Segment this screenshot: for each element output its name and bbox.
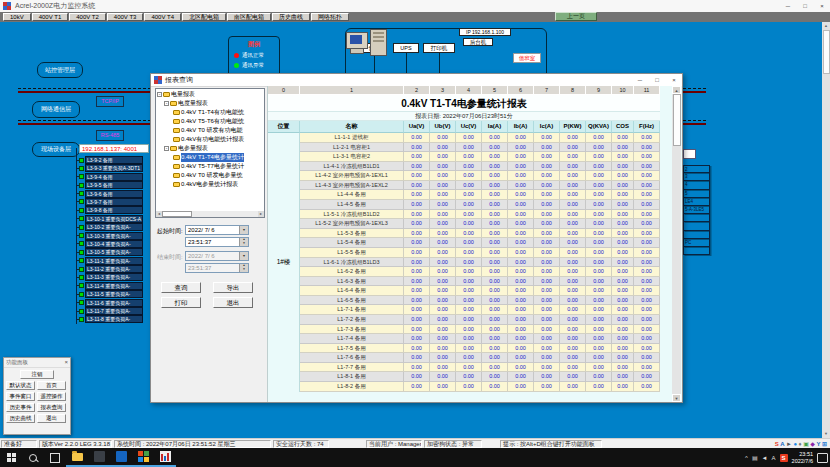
end-time-field[interactable]: 23:51:37 ▲▼ — [185, 263, 249, 273]
query-button[interactable]: 查询 — [161, 282, 201, 293]
app-icon-dark[interactable] — [88, 448, 110, 467]
tree-group-1[interactable]: -电参量报表 — [157, 144, 263, 153]
sogou-icon[interactable]: S — [780, 454, 788, 462]
tab-1[interactable]: 400V T1 — [32, 13, 69, 21]
device-label[interactable]: L3-10-3 重要负荷A- — [85, 232, 143, 240]
taskbar-clock[interactable]: 23:512022/7/6 — [792, 451, 813, 464]
device-label[interactable]: L3-10-4 重要负荷A- — [85, 240, 143, 248]
main-scrollbar-thumb[interactable] — [823, 30, 830, 74]
search-icon[interactable] — [22, 448, 44, 467]
tree-item-0-2[interactable]: 0.4kV T0 研发有功电能 — [157, 126, 263, 135]
device-label[interactable]: L3-11-5 重要负荷A- — [85, 290, 143, 298]
device-row[interactable]: L3-11-3 重要负荷A- — [76, 273, 143, 281]
notification-center-icon[interactable] — [817, 453, 828, 463]
device-label[interactable]: L3-11-8 重要负荷A- — [85, 315, 143, 323]
device-row[interactable]: L3-9-7 备用 — [76, 198, 143, 206]
dialog-maximize-icon[interactable]: □ — [649, 74, 665, 86]
tray-icon-7[interactable]: Y — [816, 440, 820, 448]
device-row[interactable]: L3-11-4 重要负荷A- — [76, 282, 143, 290]
logout-button[interactable]: 注销 — [20, 370, 54, 379]
task-view-icon[interactable] — [44, 448, 66, 467]
table-scrollbar-thumb[interactable] — [673, 94, 681, 146]
tree-item-1-0[interactable]: 0.4kV T1-T4电参量统计 — [157, 153, 263, 162]
device-row[interactable]: L3-11-6 重要负荷A- — [76, 299, 143, 307]
tree-item-1-2[interactable]: 0.4kV T0 研发电参量统 — [157, 171, 263, 180]
volume-icon[interactable]: ◄ — [762, 455, 768, 461]
device-label[interactable]: L3-9-7 备用 — [85, 198, 143, 206]
func-button-6[interactable]: 历史曲线 — [6, 414, 35, 423]
device-row[interactable]: L3-11-8 重要负荷A- — [76, 315, 143, 323]
tray-icon-5[interactable]: ▣ — [803, 440, 809, 448]
end-date-dropdown-icon[interactable]: ▼ — [239, 252, 248, 260]
tree-item-0-3[interactable]: 0.4kV有功电能统计报表 — [157, 135, 263, 144]
device-label[interactable]: L3-9-2 备用 — [85, 156, 143, 164]
tray-icon-8[interactable]: ⊞ — [822, 440, 827, 448]
window-minimize-icon[interactable]: ─ — [780, 0, 796, 12]
device-label[interactable]: L3-10-1 重要负荷DCS-A — [85, 215, 143, 223]
device-label[interactable]: L3-11-6 重要负荷A- — [85, 299, 143, 307]
device-row[interactable]: L3-9-5 备用 — [76, 181, 143, 189]
tray-icon-3[interactable]: ● — [793, 440, 797, 448]
tray-icon-6[interactable]: ◆ — [810, 440, 815, 448]
device-row[interactable]: L3-11-1 重要负荷A- — [76, 257, 143, 265]
device-label[interactable]: L3-11-7 重要负荷A- — [85, 307, 143, 315]
dialog-close-icon[interactable]: × — [666, 74, 682, 86]
collapse-icon[interactable]: - — [164, 146, 169, 151]
device-row[interactable]: L3-10-3 重要负荷A- — [76, 232, 143, 240]
device-label[interactable]: L3-11-4 重要负荷A- — [85, 282, 143, 290]
start-time-spinner[interactable]: ▲▼ — [239, 238, 248, 246]
start-date-dropdown-icon[interactable]: ▼ — [239, 226, 248, 234]
end-date-field[interactable]: 2022/ 7/ 6 ▼ — [185, 251, 249, 261]
tray-icon-0[interactable]: S — [775, 440, 779, 448]
tree-item-0-0[interactable]: 0.4kV T1-T4有功电能统 — [157, 108, 263, 117]
tray-icon-2[interactable]: ► — [786, 440, 792, 448]
office-app-icon[interactable] — [132, 448, 154, 467]
tab-8[interactable]: 网络拓扑 — [311, 13, 349, 21]
func-button-1[interactable]: 首页 — [37, 381, 66, 390]
previous-page-button[interactable]: 上一页 — [555, 12, 597, 21]
scroll-up-icon[interactable]: ▲ — [822, 22, 830, 30]
function-panel-close-icon[interactable]: × — [64, 358, 68, 367]
device-label[interactable]: L3-10-2 重要负荷A- — [85, 223, 143, 231]
device-row[interactable]: L3-11-5 重要负荷A- — [76, 290, 143, 298]
collapse-icon[interactable]: - — [164, 101, 169, 106]
scroll-down-icon[interactable]: ▼ — [822, 430, 830, 438]
device-label[interactable]: L3-9-5 备用 — [85, 181, 143, 189]
device-label[interactable]: L3-9-8 备用 — [85, 206, 143, 214]
tree-item-0-1[interactable]: 0.4kV T5-T6有功电能统 — [157, 117, 263, 126]
device-row[interactable]: L3-9-6 备用 — [76, 190, 143, 198]
device-label[interactable]: L3-9-6 备用 — [85, 190, 143, 198]
dialog-minimize-icon[interactable]: ─ — [632, 74, 648, 86]
tab-7[interactable]: 历史曲线 — [272, 13, 310, 21]
tab-4[interactable]: 400V T4 — [144, 13, 181, 21]
tray-chevron-icon[interactable]: ^ — [745, 455, 748, 461]
device-label[interactable]: L3-11-2 重要负荷A- — [85, 265, 143, 273]
file-explorer-icon[interactable] — [66, 448, 88, 467]
collapse-icon[interactable]: - — [157, 92, 162, 97]
device-row[interactable]: L3-10-1 重要负荷DCS-A — [76, 215, 143, 223]
device-row[interactable]: L3-9-2 备用 — [76, 156, 143, 164]
window-close-icon[interactable]: × — [814, 0, 830, 12]
app-icon-blue[interactable] — [110, 448, 132, 467]
device-label[interactable]: L3-11-3 重要负荷A- — [85, 273, 143, 281]
tray-icon-1[interactable]: A — [780, 440, 784, 448]
func-button-0[interactable]: 默认状态 — [6, 381, 35, 390]
device-row[interactable]: L3-9-8 备用 — [76, 206, 143, 214]
tree-horizontal-scrollbar[interactable]: ◄ ► — [156, 211, 264, 217]
device-label[interactable]: L3-9-4 备用 — [85, 173, 143, 181]
tray-icon-4[interactable]: ♦ — [799, 440, 802, 448]
table-scroll-up-icon[interactable]: ▲ — [672, 86, 681, 94]
func-button-7[interactable]: 退出 — [37, 414, 66, 423]
func-button-4[interactable]: 历史事件 — [6, 403, 35, 412]
device-label[interactable]: L3-10-5 重要负荷A- — [85, 248, 143, 256]
device-row[interactable]: L3-10-5 重要负荷A- — [76, 248, 143, 256]
tab-2[interactable]: 400V T2 — [69, 13, 106, 21]
func-button-2[interactable]: 事件窗口 — [6, 392, 35, 401]
start-time-field[interactable]: 23:51:37 ▲▼ — [185, 237, 249, 247]
tab-6[interactable]: 南区配电箱 — [227, 13, 271, 21]
exit-button[interactable]: 退出 — [213, 297, 253, 308]
tab-5[interactable]: 北区配电箱 — [182, 13, 226, 21]
device-row[interactable]: L3-10-4 重要负荷A- — [76, 240, 143, 248]
tree-item-1-3[interactable]: 0.4kV电参量统计报表 — [157, 180, 263, 189]
main-scrollbar[interactable]: ▲ ▼ — [822, 22, 830, 438]
